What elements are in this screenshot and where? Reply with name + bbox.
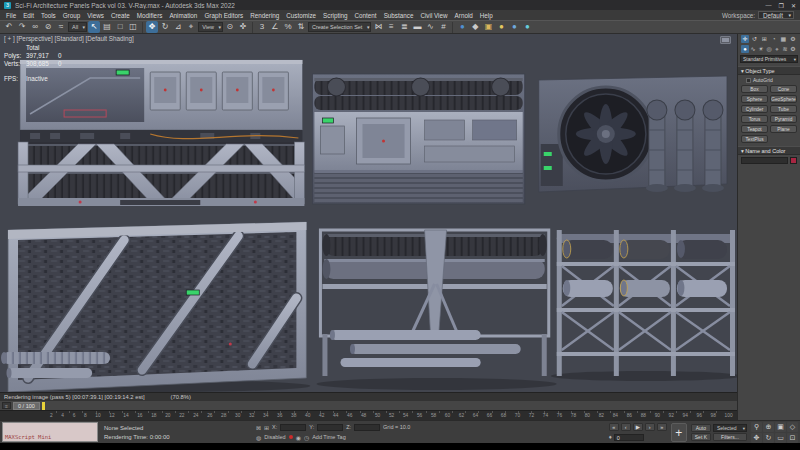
object-type-button[interactable]: Box	[741, 85, 768, 93]
undo-icon[interactable]: ↶	[3, 21, 15, 33]
auto-key-button[interactable]: Auto	[691, 424, 711, 432]
mini-curve-editor-button[interactable]: ≡	[2, 402, 11, 409]
object-type-button[interactable]: Torus	[741, 115, 768, 123]
object-color-swatch[interactable]	[790, 157, 797, 164]
key-filters-button[interactable]: Filters...	[713, 433, 747, 441]
time-slider-handle[interactable]: 0 / 100	[13, 402, 40, 410]
bind-to-space-warp-icon[interactable]: ≈	[55, 21, 67, 33]
add-viewport-layout-button[interactable]: +	[671, 423, 687, 442]
use-pivot-point-center-icon[interactable]: ⊙	[224, 21, 236, 33]
object-type-button[interactable]: Sphere	[741, 95, 768, 103]
selection-set-dropdown[interactable]: Selected	[713, 424, 747, 432]
zoom-all-icon[interactable]: ⊕	[763, 422, 774, 432]
menu-item[interactable]: File	[6, 12, 16, 19]
status-circle-icon[interactable]: ◉	[296, 434, 301, 441]
shapes-category-icon[interactable]: ∿	[749, 45, 757, 53]
layer-explorer-icon[interactable]: ≣	[398, 21, 410, 33]
maxscript-mini-listener[interactable]: MAXScript Mini	[2, 422, 98, 442]
menu-item[interactable]: Edit	[23, 12, 34, 19]
align-icon[interactable]: ≡	[385, 21, 397, 33]
percent-snap-icon[interactable]: %	[282, 21, 294, 33]
add-time-tag[interactable]: Add Time Tag	[312, 434, 346, 440]
render-setup-icon[interactable]: ◆	[469, 21, 481, 33]
rendered-frame-window-icon[interactable]: ▣	[482, 21, 494, 33]
model-panel-fan-unit[interactable]	[539, 76, 727, 192]
model-tank-rack[interactable]	[557, 230, 735, 376]
model-panel-truss-slab[interactable]	[1, 222, 306, 392]
create-tab-icon[interactable]: ✛	[741, 35, 749, 43]
go-to-end-icon[interactable]: »	[657, 423, 667, 431]
select-and-rotate-icon[interactable]: ↻	[159, 21, 171, 33]
menu-item[interactable]: Arnold	[455, 12, 473, 19]
autogrid-checkbox[interactable]	[746, 78, 751, 83]
menu-item[interactable]: Help	[480, 12, 493, 19]
select-object-icon[interactable]: ↖	[88, 21, 100, 33]
z-coord-field[interactable]	[354, 424, 380, 431]
select-and-manipulate-icon[interactable]: ✜	[237, 21, 249, 33]
object-type-button[interactable]: TextPlus	[741, 135, 768, 143]
menu-item[interactable]: Substance	[384, 12, 414, 19]
display-tab-icon[interactable]: ▦	[779, 35, 787, 43]
absolute-mode-icon[interactable]: ⊞	[264, 424, 269, 431]
render-production-icon[interactable]: ●	[495, 21, 507, 33]
window-crossing-icon[interactable]: ◫	[127, 21, 139, 33]
field-of-view-icon[interactable]: ◇	[787, 422, 798, 432]
modify-tab-icon[interactable]: ↺	[751, 35, 759, 43]
menu-item[interactable]: Graph Editors	[204, 12, 243, 19]
play-animation-icon[interactable]: ▶	[633, 423, 643, 431]
y-coord-field[interactable]	[317, 424, 343, 431]
spinner-snap-icon[interactable]: ⇅	[295, 21, 307, 33]
snaps-toggle-3d-icon[interactable]: 3	[256, 21, 268, 33]
object-type-button[interactable]: Tube	[770, 105, 797, 113]
utilities-tab-icon[interactable]: ⚙	[789, 35, 797, 43]
maximize-button[interactable]: ❐	[779, 2, 784, 9]
object-name-field[interactable]	[741, 157, 788, 164]
motion-tab-icon[interactable]: ◔	[770, 35, 778, 43]
toggle-ribbon-icon[interactable]: ▬	[411, 21, 423, 33]
time-cursor[interactable]	[42, 402, 45, 410]
selection-lock-icon[interactable]: ⊠	[256, 424, 261, 431]
model-pipe-rack[interactable]	[320, 230, 548, 376]
schematic-view-icon[interactable]: #	[437, 21, 449, 33]
close-button[interactable]: ✕	[791, 2, 796, 9]
select-and-move-icon[interactable]: ✥	[146, 21, 158, 33]
name-color-rollout[interactable]: ▾ Name and Color	[738, 146, 800, 155]
adaptive-degradation-icon[interactable]: ◍	[256, 434, 261, 441]
hierarchy-tab-icon[interactable]: ⊞	[760, 35, 768, 43]
model-panel-pipe-cabinet[interactable]	[312, 74, 524, 204]
zoom-extents-icon[interactable]: ▣	[775, 422, 786, 432]
track-bar[interactable]: 2468101214161820222426283032343638404244…	[0, 410, 737, 420]
object-type-rollout[interactable]: ▾ Object Type	[738, 66, 800, 75]
geometry-category-icon[interactable]: ●	[741, 45, 749, 53]
angle-snap-icon[interactable]: ∠	[269, 21, 281, 33]
key-mode-toggle-icon[interactable]: ♦	[609, 434, 612, 440]
menu-item[interactable]: Rendering	[250, 12, 279, 19]
primitive-type-dropdown[interactable]: Standard Primitives	[740, 55, 798, 63]
menu-item[interactable]: Scripting	[323, 12, 348, 19]
object-type-button[interactable]: Teapot	[741, 125, 768, 133]
object-type-button[interactable]: Plane	[770, 125, 797, 133]
minimize-button[interactable]: —	[766, 2, 772, 9]
helpers-category-icon[interactable]: ⌖	[773, 45, 781, 53]
render-online-icon[interactable]: ●	[521, 21, 533, 33]
menu-item[interactable]: Animation	[169, 12, 197, 19]
orbit-icon[interactable]: ↻	[763, 433, 774, 443]
go-to-start-icon[interactable]: «	[609, 423, 619, 431]
object-type-button[interactable]: Cylinder	[741, 105, 768, 113]
zoom-region-icon[interactable]: ▭	[775, 433, 786, 443]
maximize-viewport-icon[interactable]: ⊡	[787, 433, 798, 443]
select-by-name-icon[interactable]: ▤	[101, 21, 113, 33]
set-key-button[interactable]: Set K	[691, 433, 711, 441]
menu-item[interactable]: Customize	[286, 12, 316, 19]
x-coord-field[interactable]	[280, 424, 306, 431]
reference-coordsys-dropdown[interactable]: View	[198, 22, 223, 32]
curve-editor-icon[interactable]: ∿	[424, 21, 436, 33]
viewport-label[interactable]: [ + ] [Perspective] [Standard] [Default …	[4, 35, 134, 42]
object-type-button[interactable]: Cone	[770, 85, 797, 93]
select-and-link-icon[interactable]: ∞	[29, 21, 41, 33]
workspace-dropdown[interactable]: Default	[758, 11, 794, 19]
mirror-icon[interactable]: ⋈	[372, 21, 384, 33]
menu-item[interactable]: Civil View	[420, 12, 447, 19]
select-and-scale-icon[interactable]: ⊿	[172, 21, 184, 33]
object-type-button[interactable]: Pyramid	[770, 115, 797, 123]
